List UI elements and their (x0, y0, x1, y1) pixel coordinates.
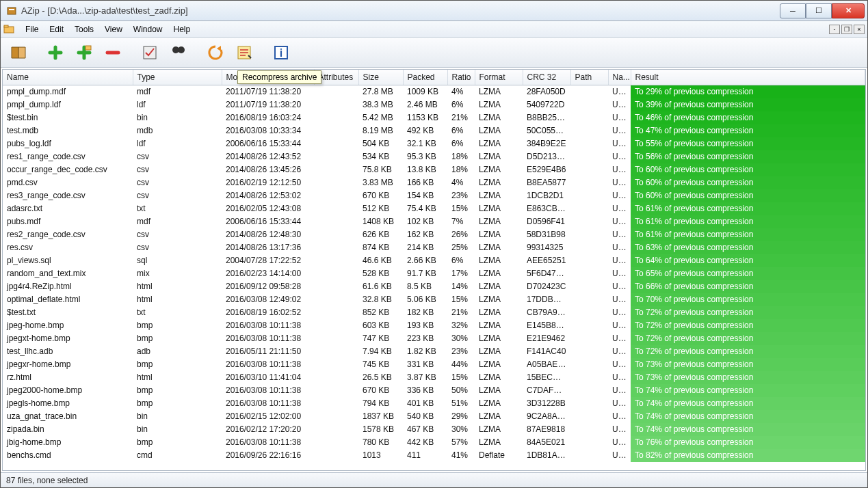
table-row[interactable]: jpegls-home.bmpbmp2016/03/08 10:11:38794… (3, 397, 865, 410)
cell-path (570, 345, 608, 358)
cell-type: ldf (133, 137, 222, 150)
menu-tools[interactable]: Tools (69, 23, 99, 36)
cell-packed: 540 KB (403, 410, 447, 423)
col-size[interactable]: Size (358, 70, 403, 85)
table-row[interactable]: jpeg2000-home.bmpbmp2016/03/08 10:11:386… (3, 384, 865, 397)
cell-name: test_llhc.adb (3, 345, 133, 358)
about-button[interactable]: i (269, 41, 293, 64)
extract-button[interactable] (6, 41, 31, 64)
cell-name: optimal_deflate.html (3, 293, 133, 306)
col-ratio[interactable]: Ratio (447, 70, 475, 85)
cell-attr (314, 163, 358, 176)
table-row[interactable]: pmpl_dump.mdfmdf2011/07/19 11:38:2027.8 … (3, 85, 865, 98)
table-row[interactable]: uza_gnat_trace.binbin2016/02/15 12:02:00… (3, 410, 865, 423)
table-row[interactable]: res.csvcsv2014/08/26 13:17:36874 KB214 K… (3, 241, 865, 254)
add-folder-button[interactable] (72, 41, 96, 64)
menu-file[interactable]: File (20, 23, 44, 36)
cell-attr (314, 267, 358, 280)
mdi-minimize-button[interactable]: - (829, 25, 840, 34)
cell-result: To 47% of previous compression (631, 124, 865, 137)
cell-ratio: 6% (447, 254, 475, 267)
cell-na: UT... (608, 423, 631, 436)
table-row[interactable]: res3_range_code.csvcsv2014/08/26 12:53:0… (3, 189, 865, 202)
table-row[interactable]: jpegxt-home.bmpbmp2016/03/08 10:11:38747… (3, 332, 865, 345)
table-row[interactable]: $test.txttxt2016/08/19 16:02:52852 KB182… (3, 306, 865, 319)
table-row[interactable]: jpegxr-home.bmpbmp2016/03/08 10:11:38745… (3, 358, 865, 371)
col-type[interactable]: Type (133, 70, 222, 85)
table-row[interactable]: pubs_log.ldfldf2006/06/16 15:33:44504 KB… (3, 137, 865, 150)
cell-na: UT... (608, 254, 631, 267)
menu-view[interactable]: View (99, 23, 128, 36)
menu-help[interactable]: Help (168, 23, 196, 36)
cell-result: To 74% of previous compression (631, 410, 865, 423)
table-row[interactable]: jpeg-home.bmpbmp2016/03/08 10:11:38603 K… (3, 319, 865, 332)
menu-window[interactable]: Window (128, 23, 168, 36)
col-result[interactable]: Result (631, 70, 865, 85)
recompress-button[interactable] (203, 41, 228, 64)
menu-edit[interactable]: Edit (44, 23, 69, 36)
table-row[interactable]: test.mdbmdb2016/03/08 10:33:348.19 MB492… (3, 124, 865, 137)
table-row[interactable]: res1_range_code.csvcsv2014/08/26 12:43:5… (3, 150, 865, 163)
properties-button[interactable] (232, 41, 257, 64)
cell-path (570, 215, 608, 228)
cell-name: res2_range_code.csv (3, 228, 133, 241)
mdi-close-button[interactable]: × (854, 25, 865, 34)
find-button[interactable] (166, 41, 191, 64)
minimize-button[interactable]: ─ (780, 3, 806, 18)
table-row[interactable]: jbig-home.bmpbmp2016/03/08 10:11:38780 K… (3, 436, 865, 449)
col-format[interactable]: Format (475, 70, 523, 85)
cell-result: To 72% of previous compression (631, 319, 865, 332)
column-headers[interactable]: Name Type Modified Attributes Size Packe… (3, 70, 865, 85)
cell-type: bmp (133, 358, 222, 371)
table-row[interactable]: jpg4r4.ReZip.htmlhtml2016/09/12 09:58:28… (3, 280, 865, 293)
table-row[interactable]: pl_views.sqlsql2004/07/28 17:22:5246.6 K… (3, 254, 865, 267)
table-row[interactable]: benchs.cmdcmd2016/09/26 22:16:1610134114… (3, 449, 865, 462)
cell-size: 38.3 MB (358, 98, 403, 111)
col-crc[interactable]: CRC 32 (523, 70, 570, 85)
table-row[interactable]: test_llhc.adbadb2016/05/11 21:11:507.94 … (3, 345, 865, 358)
table-row[interactable]: adasrc.txttxt2016/02/05 12:43:08512 KB75… (3, 202, 865, 215)
table-row[interactable]: optimal_deflate.htmlhtml2016/03/08 12:49… (3, 293, 865, 306)
add-file-button[interactable] (43, 41, 68, 64)
titlebar[interactable]: AZip - [D:\Ada...\zip-ada\test\test_zadf… (1, 1, 867, 21)
file-list[interactable]: Name Type Modified Attributes Size Packe… (2, 69, 866, 471)
cell-crc: 15BECE4D (523, 371, 570, 384)
cell-attr (314, 176, 358, 189)
table-row[interactable]: pubs.mdfmdf2006/06/16 15:33:441408 KB102… (3, 215, 865, 228)
test-button[interactable] (137, 41, 162, 64)
close-button[interactable]: ✕ (832, 3, 865, 18)
table-row[interactable]: pmd.csvcsv2016/02/19 12:12:503.83 MB166 … (3, 176, 865, 189)
col-name[interactable]: Name (3, 70, 133, 85)
cell-mod: 2016/03/08 10:33:34 (222, 124, 314, 137)
cell-type: html (133, 371, 222, 384)
cell-mod: 2014/08/26 12:48:30 (222, 228, 314, 241)
cell-type: csv (133, 228, 222, 241)
mdi-restore-button[interactable]: ❐ (841, 25, 852, 34)
table-row[interactable]: res2_range_code.csvcsv2014/08/26 12:48:3… (3, 228, 865, 241)
cell-name: benchs.cmd (3, 449, 133, 462)
cell-result: To 73% of previous compression (631, 371, 865, 384)
cell-ratio: 26% (447, 228, 475, 241)
table-row[interactable]: zipada.binbin2016/02/12 17:20:201578 KB4… (3, 423, 865, 436)
cell-type: mdf (133, 215, 222, 228)
table-row[interactable]: random_and_text.mixmix2016/02/23 14:14:0… (3, 267, 865, 280)
cell-format: LZMA (475, 85, 523, 98)
cell-ratio: 18% (447, 163, 475, 176)
cell-type: csv (133, 163, 222, 176)
table-row[interactable]: $test.binbin2016/08/19 16:03:245.42 MB11… (3, 111, 865, 124)
cell-packed: 154 KB (403, 189, 447, 202)
cell-size: 528 KB (358, 267, 403, 280)
cell-ratio: 4% (447, 176, 475, 189)
cell-mod: 2016/02/19 12:12:50 (222, 176, 314, 189)
table-row[interactable]: rz.htmlhtml2016/03/10 11:41:0426.5 KB3.8… (3, 371, 865, 384)
maximize-button[interactable]: ☐ (806, 3, 832, 18)
table-row[interactable]: pmpl_dump.ldfldf2011/07/19 11:38:2038.3 … (3, 98, 865, 111)
col-packed[interactable]: Packed (403, 70, 447, 85)
remove-button[interactable] (101, 41, 125, 64)
cell-size: 61.6 KB (358, 280, 403, 293)
table-row[interactable]: occur_range_dec_code.csvcsv2014/08/26 13… (3, 163, 865, 176)
cell-ratio: 23% (447, 189, 475, 202)
col-na[interactable]: Na... (608, 70, 631, 85)
col-path[interactable]: Path (570, 70, 608, 85)
cell-format: LZMA (475, 306, 523, 319)
